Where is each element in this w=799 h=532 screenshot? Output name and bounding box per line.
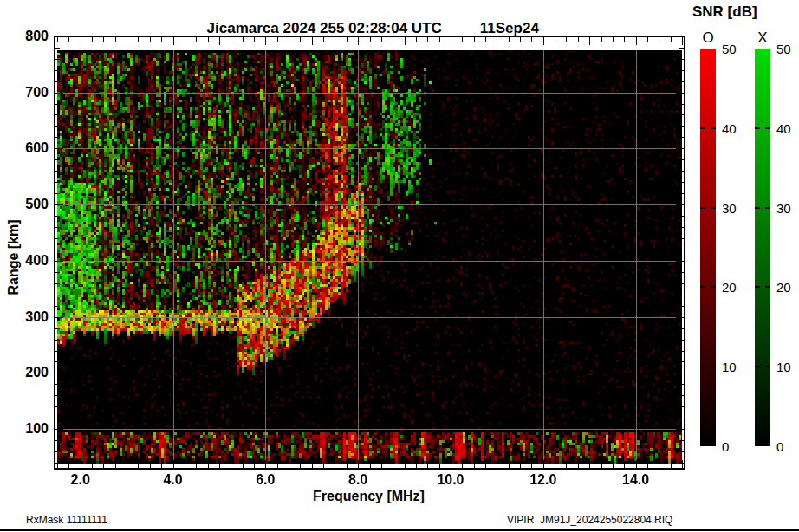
footer-filename-label: VIPIR JM91J_2024255022804.RIQ [507,514,672,526]
y-tick-label: 500 [10,196,49,213]
x-tick-label: 2.0 [53,472,108,488]
colorbar-tick-label: 50 [776,42,799,56]
colorbar-tick-label: 20 [722,280,751,295]
colorbar-tick-label: 50 [722,42,751,56]
y-tick-label: 200 [10,364,49,381]
y-tick-label: 800 [10,28,49,45]
x-tick-label: 8.0 [330,472,386,488]
footer-rxmask-label: RxMask 11111111 [26,514,107,526]
x-tick-label: 4.0 [146,472,201,488]
colorbar-tick-label: 30 [776,201,799,216]
colorbar-tick-label: 40 [722,121,751,136]
y-tick-label: 600 [10,139,49,157]
x-axis-label: Frequency [MHz] [54,489,684,504]
y-tick-label: 300 [10,308,49,326]
colorbar-o-mode-label: O [699,29,717,47]
colorbar-x-gradient-bar [755,49,770,446]
colorbar-tick-dash [755,366,770,367]
colorbar-tick-label: 20 [776,280,799,295]
colorbar-tick-label: 40 [776,121,799,136]
colorbar-tick-dash [755,207,770,209]
chart-title: Jicamarca 2024 255 02:28:04 UTC11Sep24 [54,3,684,37]
colorbar-tick-label: 0 [722,439,751,454]
colorbar-tick-dash [700,286,716,288]
colorbar-tick-dash [700,207,716,209]
x-tick-label: 6.0 [237,472,293,488]
colorbar-x-mode-label: X [754,29,771,47]
x-tick-label: 10.0 [423,472,478,488]
plot-frame [54,36,685,470]
colorbar-tick-dash [700,127,716,129]
x-tick-label: 14.0 [608,472,664,488]
colorbar-tick-label: 10 [776,360,799,374]
colorbar-tick-label: 10 [722,360,751,374]
title-datetime-label: Jicamarca 2024 255 02:28:04 UTC [207,20,442,36]
x-tick-label: 12.0 [516,472,571,488]
colorbar-tick-dash [755,127,770,129]
colorbar-tick-label: 0 [776,439,799,454]
y-tick-label: 400 [10,252,49,269]
title-date-label: 11Sep24 [480,20,539,36]
colorbar-tick-label: 30 [722,201,751,216]
y-tick-label: 100 [10,420,49,438]
colorbar-title: SNR [dB] [692,3,757,21]
colorbar-o-gradient-bar [700,49,716,446]
axis-ticks-canvas [55,37,684,468]
y-tick-label: 700 [10,84,49,101]
bottom-separator-line [0,529,799,531]
colorbar-tick-dash [755,286,770,288]
colorbar-tick-dash [700,366,716,367]
